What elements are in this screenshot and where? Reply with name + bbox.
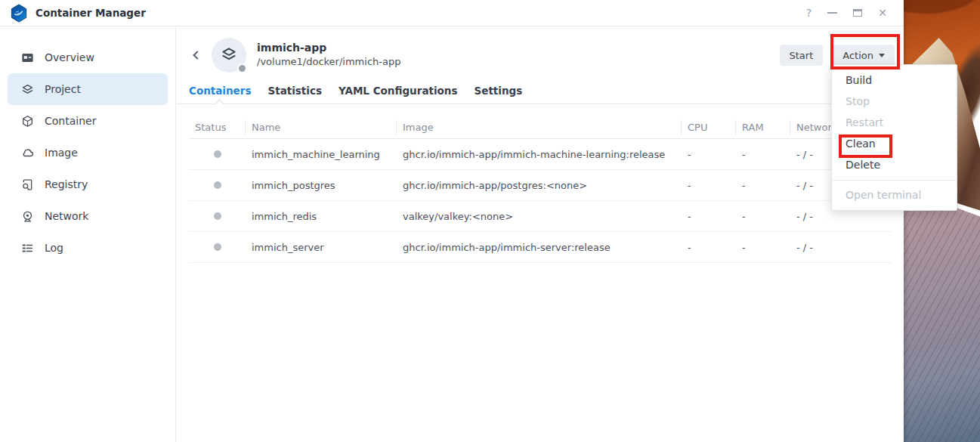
main-content: immich-app /volume1/docker/immich-app St… <box>177 27 904 442</box>
table-row[interactable]: immich_server ghcr.io/immich-app/immich-… <box>189 232 892 263</box>
status-dot-icon <box>214 150 221 158</box>
sidebar-item-log[interactable]: Log <box>8 232 168 264</box>
sidebar-item-label: Overview <box>45 51 94 63</box>
container-cpu: - <box>682 180 736 191</box>
back-button[interactable] <box>189 44 206 66</box>
action-button-label: Action <box>842 50 873 61</box>
sidebar-item-label: Image <box>45 147 78 159</box>
column-header-image[interactable]: Image <box>397 120 682 135</box>
column-header-status[interactable]: Status <box>189 120 246 135</box>
tab-bar: Containers Statistics YAML Configuration… <box>177 79 904 104</box>
sidebar-item-overview[interactable]: Overview <box>8 42 168 73</box>
menu-divider <box>832 180 957 181</box>
window-controls: ? ✕ <box>806 8 904 18</box>
overview-icon <box>20 51 35 65</box>
sidebar-item-label: Registry <box>45 178 88 190</box>
container-network: - / - <box>790 211 892 222</box>
container-cpu: - <box>682 242 736 253</box>
container-image: ghcr.io/immich-app/immich-server:release <box>397 242 682 253</box>
column-header-ram[interactable]: RAM <box>736 120 790 135</box>
containers-table: Status Name Image CPU RAM Network immich… <box>189 117 892 263</box>
project-path: /volume1/docker/immich-app <box>257 55 400 70</box>
app-title: Container Manager <box>36 7 146 19</box>
sidebar-item-image[interactable]: Image <box>8 137 168 168</box>
column-header-name[interactable]: Name <box>246 120 397 135</box>
chevron-left-icon <box>193 51 201 59</box>
close-icon[interactable]: ✕ <box>878 8 887 18</box>
sidebar-item-label: Project <box>45 83 81 95</box>
log-icon <box>20 241 35 255</box>
action-button[interactable]: Action <box>833 45 895 66</box>
menu-item-open-terminal: Open terminal <box>832 184 957 206</box>
maximize-icon[interactable] <box>853 9 862 17</box>
tab-statistics[interactable]: Statistics <box>267 79 322 104</box>
container-manager-window: Container Manager ? ✕ Overview <box>0 0 904 442</box>
project-titles: immich-app /volume1/docker/immich-app <box>257 41 400 69</box>
chevron-down-icon <box>879 54 885 57</box>
start-button[interactable]: Start <box>780 45 824 66</box>
container-cpu: - <box>682 149 736 160</box>
container-ram: - <box>736 211 790 222</box>
layers-icon <box>219 45 239 65</box>
status-dot-icon <box>214 212 221 220</box>
tab-yaml-configurations[interactable]: YAML Configurations <box>339 79 458 104</box>
container-network: - / - <box>790 242 892 253</box>
container-cpu: - <box>682 211 736 222</box>
container-ram: - <box>736 242 790 253</box>
table-header: Status Name Image CPU RAM Network <box>189 117 892 139</box>
help-icon[interactable]: ? <box>806 8 812 18</box>
app-logo-icon <box>10 4 28 23</box>
sidebar-item-label: Network <box>45 210 88 222</box>
registry-icon <box>20 178 35 192</box>
image-icon <box>20 146 35 160</box>
sidebar-item-network[interactable]: Network <box>8 200 168 232</box>
container-name: immich_postgres <box>246 180 397 191</box>
menu-item-delete[interactable]: Delete <box>832 154 957 175</box>
container-image: ghcr.io/immich-app/postgres:<none> <box>397 180 682 191</box>
network-icon <box>20 209 35 224</box>
container-name: immich_machine_learning <box>246 149 397 160</box>
menu-item-build[interactable]: Build <box>832 70 957 91</box>
titlebar: Container Manager ? ✕ <box>0 0 904 26</box>
sidebar-item-project[interactable]: Project <box>8 73 168 105</box>
menu-item-restart: Restart <box>832 112 957 133</box>
screen: Container Manager ? ✕ Overview <box>0 0 980 442</box>
container-name: immich_server <box>246 242 397 253</box>
container-ram: - <box>736 180 790 191</box>
sidebar: Overview Project Container <box>0 27 176 442</box>
project-status-badge <box>237 63 247 73</box>
column-header-cpu[interactable]: CPU <box>682 120 736 135</box>
action-dropdown-menu: Build Stop Restart Clean Delete Open ter… <box>831 64 957 211</box>
table-row[interactable]: immich_machine_learning ghcr.io/immich-a… <box>189 139 892 170</box>
table-row[interactable]: immich_redis valkey/valkey:<none> - - - … <box>189 201 892 232</box>
container-icon <box>20 114 35 128</box>
minimize-icon[interactable] <box>827 12 837 14</box>
sidebar-item-label: Log <box>45 242 63 254</box>
tab-settings[interactable]: Settings <box>475 79 523 104</box>
container-ram: - <box>736 149 790 160</box>
menu-item-stop: Stop <box>832 91 957 112</box>
sidebar-item-registry[interactable]: Registry <box>8 168 168 200</box>
project-header: immich-app /volume1/docker/immich-app St… <box>177 27 904 73</box>
sidebar-item-container[interactable]: Container <box>8 105 168 137</box>
status-dot-icon <box>214 243 221 251</box>
sidebar-item-label: Container <box>45 115 96 127</box>
menu-item-clean[interactable]: Clean <box>832 133 957 154</box>
container-name: immich_redis <box>246 211 397 222</box>
project-name: immich-app <box>257 41 400 54</box>
container-image: ghcr.io/immich-app/immich-machine-learni… <box>397 149 682 160</box>
table-row[interactable]: immich_postgres ghcr.io/immich-app/postg… <box>189 170 892 201</box>
status-dot-icon <box>214 181 221 189</box>
project-avatar <box>212 38 246 73</box>
container-image: valkey/valkey:<none> <box>397 211 682 222</box>
project-icon <box>20 82 35 97</box>
wallpaper-mauve-rock <box>904 180 980 442</box>
